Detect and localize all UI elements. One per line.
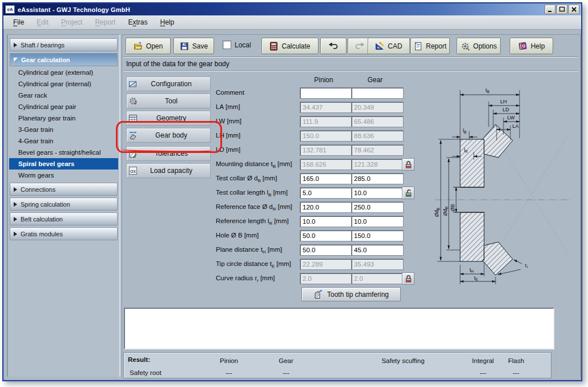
form-row-tip-circle-distance: Tip circle distance tE[mm] [216, 259, 424, 270]
test-collar-diameter-gear-input[interactable] [351, 173, 404, 184]
sidebar-section-spring-calculation[interactable]: Spring calculation [10, 197, 118, 211]
sidebar-item-worm-gears[interactable]: Worm gears [9, 170, 118, 181]
sidebar-item-3-gear-train[interactable]: 3-Gear train [9, 124, 118, 135]
calculate-button[interactable]: Calculate [261, 38, 319, 54]
comment-pinion-input[interactable] [300, 87, 352, 99]
comment-gear-input[interactable] [351, 87, 404, 99]
reference-face-pinion-input[interactable] [300, 201, 352, 213]
sidebar-item-spiral-bevel-gears[interactable]: Spiral bevel gears [9, 158, 118, 170]
sidebar-item-bevel-gears[interactable]: Bevel gears - straight/helical [9, 147, 118, 158]
local-checkbox[interactable] [223, 41, 231, 49]
column-header-pinion: Pinion [300, 76, 348, 84]
lh-gear-input[interactable] [351, 130, 404, 142]
tool-button[interactable]: Tool [126, 94, 211, 108]
sidebar-item-cylindrical-gear-external[interactable]: Cylindrical gear (external) [9, 67, 118, 78]
sidebar-section-shaft-bearings[interactable]: Shaft / bearings [10, 38, 118, 51]
load-capacity-button[interactable]: σx Load capacity [126, 163, 211, 178]
reference-length-gear-input[interactable] [351, 216, 404, 227]
sidebar-section-gratis-modules[interactable]: Gratis modules [10, 227, 118, 240]
hole-gear-input[interactable] [351, 230, 404, 241]
sidebar-section-connections[interactable]: Connections [10, 183, 118, 196]
sidebar-item-cylindrical-gear-pair[interactable]: Cylindrical gear pair [9, 101, 118, 112]
result-col-gear: Gear [279, 357, 293, 364]
svg-text:lB: lB [463, 128, 466, 134]
geometry-button[interactable]: Geometry [126, 111, 211, 126]
param-label: Curve radius rr[mm] [216, 275, 275, 283]
menu-edit[interactable]: Edit [30, 17, 55, 28]
sidebar-item-4-gear-train[interactable]: 4-Gear train [9, 135, 118, 147]
svg-text:σx: σx [130, 168, 136, 174]
mounting-distance-gear-input[interactable] [351, 159, 404, 170]
form-row-mounting-distance: Mounting distance tB[mm] [216, 159, 424, 170]
menu-extras[interactable]: Extras [122, 17, 154, 28]
tip-circle-distance-pinion-input[interactable] [300, 259, 352, 270]
sidebar-item-gear-rack[interactable]: Gear rack [9, 90, 118, 101]
ld-pinion-input[interactable] [300, 144, 352, 156]
options-button[interactable]: Options [457, 38, 501, 54]
la-gear-input[interactable] [351, 102, 404, 113]
curve-radius-pinion-input[interactable] [300, 273, 352, 284]
tooth-tip-chamfering-button[interactable]: Tooth tip chamfering [301, 287, 401, 301]
reference-face-gear-input[interactable] [351, 201, 404, 213]
lw-gear-input[interactable] [351, 116, 404, 127]
sidebar-item-cylindrical-gear-internal[interactable]: Cylindrical gear (internal) [9, 78, 118, 90]
plane-distance-pinion-input[interactable] [300, 244, 352, 256]
hole-pinion-input[interactable] [300, 230, 352, 241]
sidebar-item-planetary-gear-train[interactable]: Planetary gear train [9, 112, 118, 124]
tip-circle-distance-gear-input[interactable] [351, 259, 404, 270]
app-icon: eA [5, 5, 15, 14]
menu-help[interactable]: Help [154, 17, 180, 28]
ld-gear-input[interactable] [351, 144, 404, 156]
result-value-flash: --- [513, 369, 519, 376]
sidebar-section-belt-calculation[interactable]: Belt calculation [10, 212, 118, 225]
plane-distance-gear-input[interactable] [351, 244, 404, 256]
cad-button[interactable]: CAD [368, 38, 410, 54]
reference-length-pinion-input[interactable] [300, 216, 352, 227]
form-row-test-collar-diameter: Test collar Ø dB[mm] [216, 173, 424, 184]
open-button[interactable]: Open [126, 38, 171, 54]
curve-radius-gear-input[interactable] [351, 273, 404, 284]
gear-body-button[interactable]: Gear body [126, 128, 211, 143]
window-controls [545, 5, 579, 14]
sidebar-section-gear-calculation[interactable]: Gear calculation [10, 53, 118, 66]
la-pinion-input[interactable] [300, 102, 352, 113]
close-icon[interactable] [569, 5, 579, 14]
help-button[interactable]: Help [510, 38, 553, 54]
lock-closed-icon[interactable] [402, 158, 414, 171]
main-panel: Open Save Local Calculate CAD Report [122, 34, 582, 377]
menu-report[interactable]: Report [88, 17, 122, 28]
save-button[interactable]: Save [174, 38, 214, 54]
test-collar-length-gear-input[interactable] [351, 187, 404, 199]
param-label: Test collar Ø dB[mm] [216, 175, 277, 183]
configuration-button[interactable]: Configuration [126, 76, 211, 91]
undo-button[interactable] [320, 38, 347, 54]
lock-open-icon[interactable] [402, 187, 414, 199]
param-label: LA[mm] [216, 103, 240, 112]
lw-pinion-input[interactable] [300, 116, 352, 127]
param-label: LH[mm] [216, 132, 240, 140]
svg-text:ØdB: ØdB [434, 208, 440, 217]
test-collar-length-pinion-input[interactable] [300, 187, 352, 199]
tolerances-button[interactable]: Tolerances [126, 146, 211, 161]
redo-icon [355, 42, 365, 50]
lh-pinion-input[interactable] [300, 130, 352, 142]
test-collar-diameter-pinion-input[interactable] [300, 173, 352, 184]
form-row-curve-radius: Curve radius rr[mm] [216, 273, 424, 284]
maximize-icon[interactable] [557, 5, 567, 14]
load-capacity-icon: σx [127, 166, 139, 175]
minimize-icon[interactable] [545, 5, 555, 14]
form-row-test-collar-length: Test collar length lB[mm] [216, 187, 424, 199]
menu-file[interactable]: File [7, 17, 30, 28]
report-button[interactable]: Report [410, 38, 450, 54]
chevron-right-icon [14, 232, 17, 236]
result-col-safety-scuffing: Safety scuffing [381, 357, 424, 364]
form-row-lh: LH[mm] [216, 130, 424, 142]
mounting-distance-pinion-input[interactable] [300, 159, 352, 170]
svg-text:ØB: ØB [450, 204, 456, 211]
options-tools-icon [461, 42, 470, 51]
svg-text:tH: tH [469, 267, 474, 273]
result-panel: Result: Pinion Gear Safety scuffing Inte… [123, 352, 551, 378]
form-row-reference-face: Reference face Ø dR[mm] [216, 201, 424, 213]
lock-closed-icon[interactable] [402, 272, 414, 285]
menu-project[interactable]: Project [55, 17, 88, 28]
